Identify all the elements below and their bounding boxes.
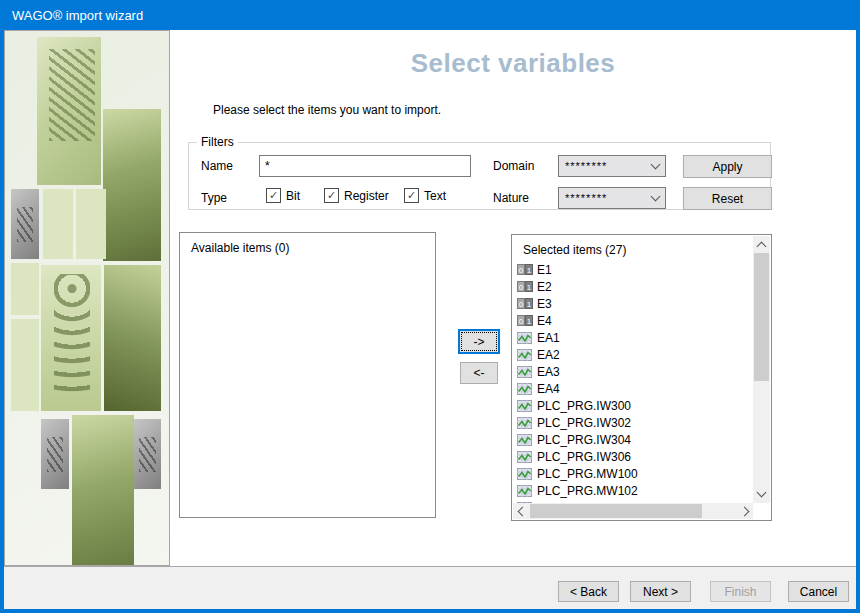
domain-combobox[interactable]: ******** (558, 155, 666, 177)
register-icon (516, 468, 533, 480)
list-item[interactable]: 01E3 (516, 295, 753, 312)
list-item[interactable]: PLC_PRG.MW102 (516, 482, 753, 499)
collage-tile (72, 415, 134, 566)
available-items-header: Available items (0) (191, 241, 289, 255)
text-checkbox-label: Text (424, 189, 446, 203)
main-area: Select variables Please select the items… (170, 30, 856, 566)
apply-button[interactable]: Apply (683, 155, 772, 178)
register-icon (516, 485, 533, 497)
titlebar[interactable]: WAGO® import wizard (0, 0, 860, 30)
list-item[interactable]: EA3 (516, 363, 753, 380)
register-icon (516, 451, 533, 463)
nature-label: Nature (493, 191, 529, 205)
register-icon (516, 417, 533, 429)
list-item[interactable]: EA1 (516, 329, 753, 346)
register-checkbox[interactable]: ✓ Register (324, 188, 389, 203)
list-item[interactable]: PLC_PRG.IW306 (516, 448, 753, 465)
list-item[interactable]: PLC_PRG.IW304 (516, 431, 753, 448)
scroll-down-button[interactable] (753, 486, 770, 503)
item-label: PLC_PRG.IW304 (537, 433, 631, 447)
page-title: Select variables (170, 48, 856, 79)
list-item[interactable]: 01E4 (516, 312, 753, 329)
window-title: WAGO® import wizard (12, 8, 143, 23)
item-label: EA1 (537, 331, 560, 345)
item-label: E4 (537, 314, 552, 328)
next-button[interactable]: Next > (630, 581, 691, 602)
checkmark-icon: ✓ (404, 188, 419, 203)
domain-value: ******** (565, 160, 652, 172)
register-checkbox-label: Register (344, 189, 389, 203)
vertical-scrollbar-thumb[interactable] (754, 253, 769, 381)
list-item[interactable]: 01E2 (516, 278, 753, 295)
list-item[interactable]: 01E1 (516, 261, 753, 278)
available-items-listbox[interactable]: Available items (0) (179, 232, 436, 518)
collage-tile (41, 419, 69, 489)
bit-icon: 01 (516, 298, 533, 309)
item-label: E1 (537, 263, 552, 277)
collage-tile (76, 189, 106, 259)
horizontal-scrollbar[interactable] (513, 503, 753, 519)
wizard-window: WAGO® import wizard Select variables Ple… (0, 0, 860, 613)
bit-checkbox[interactable]: ✓ Bit (266, 188, 300, 203)
bit-icon: 01 (516, 315, 533, 326)
collage-tile (37, 37, 101, 185)
chevron-down-icon (757, 488, 767, 498)
name-input[interactable] (259, 155, 471, 177)
svg-text:1: 1 (526, 283, 531, 292)
register-icon (516, 383, 533, 395)
svg-text:1: 1 (526, 317, 531, 326)
footer: < Back Next > Finish Cancel (4, 566, 856, 609)
move-to-available-button[interactable]: <- (460, 362, 498, 384)
vertical-scrollbar[interactable] (753, 236, 770, 503)
name-label: Name (201, 159, 233, 173)
collage-tile (11, 189, 39, 259)
selected-items-list: 01E101E201E301E4EA1EA2EA3EA4PLC_PRG.IW30… (516, 261, 753, 503)
bit-checkbox-label: Bit (286, 189, 300, 203)
svg-text:0: 0 (518, 317, 523, 326)
item-label: EA2 (537, 348, 560, 362)
finish-button: Finish (710, 581, 771, 602)
horizontal-scrollbar-thumb[interactable] (530, 504, 702, 518)
svg-text:1: 1 (526, 266, 531, 275)
scroll-right-button[interactable] (737, 503, 753, 519)
move-to-selected-button[interactable]: -> (458, 329, 500, 354)
collage-tile (43, 189, 73, 259)
item-label: PLC_PRG.MW100 (537, 467, 638, 481)
collage-tile (11, 319, 39, 411)
scroll-left-button[interactable] (513, 503, 529, 519)
nature-combobox[interactable]: ******** (558, 187, 666, 209)
instruction-text: Please select the items you want to impo… (213, 103, 441, 117)
back-button[interactable]: < Back (558, 581, 619, 602)
collage-tile (11, 263, 39, 315)
reset-button[interactable]: Reset (683, 187, 772, 210)
register-icon (516, 434, 533, 446)
selected-items-listbox[interactable]: Selected items (27) 01E101E201E301E4EA1E… (511, 234, 772, 521)
chevron-down-icon (651, 159, 661, 169)
collage-tile (134, 419, 161, 489)
filters-groupbox: Filters Name Domain ******** Apply Type … (188, 142, 771, 210)
list-item[interactable]: EA2 (516, 346, 753, 363)
svg-text:0: 0 (518, 283, 523, 292)
register-icon (516, 332, 533, 344)
register-icon (516, 349, 533, 361)
list-item[interactable]: PLC_PRG.MW100 (516, 465, 753, 482)
checkmark-icon: ✓ (324, 188, 339, 203)
list-item[interactable]: PLC_PRG.IW300 (516, 397, 753, 414)
cancel-button[interactable]: Cancel (788, 581, 849, 602)
collage-tile (103, 109, 161, 261)
type-label: Type (201, 191, 227, 205)
chevron-right-icon (739, 506, 749, 516)
filters-group-label: Filters (197, 135, 238, 149)
nature-value: ******** (565, 192, 652, 204)
domain-label: Domain (493, 159, 534, 173)
list-item[interactable]: EA4 (516, 380, 753, 397)
chevron-down-icon (651, 191, 661, 201)
item-label: PLC_PRG.IW306 (537, 450, 631, 464)
item-label: PLC_PRG.IW300 (537, 399, 631, 413)
scroll-up-button[interactable] (753, 236, 770, 253)
chevron-left-icon (517, 506, 527, 516)
text-checkbox[interactable]: ✓ Text (404, 188, 446, 203)
item-label: E3 (537, 297, 552, 311)
list-item[interactable]: PLC_PRG.IW302 (516, 414, 753, 431)
item-label: EA3 (537, 365, 560, 379)
